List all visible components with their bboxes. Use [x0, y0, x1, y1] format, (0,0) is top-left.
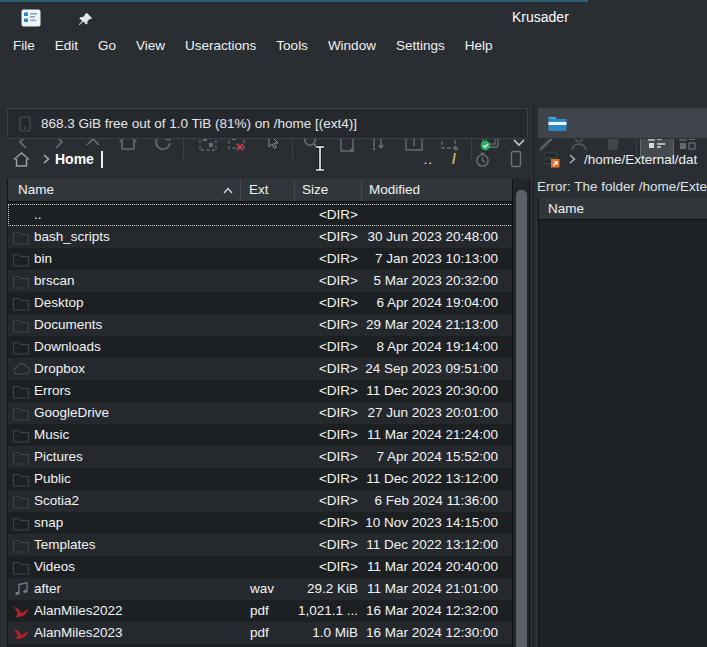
table-row[interactable]: Public<DIR>11 Dec 2022 13:12:00	[8, 468, 513, 490]
table-row[interactable]: GoogleDrive<DIR>27 Jun 2023 20:01:00	[8, 402, 513, 424]
sort-ascending-icon	[221, 185, 235, 196]
table-row[interactable]: snap<DIR>10 Nov 2023 14:15:00	[8, 512, 513, 534]
file-name-cell: Scotia2	[34, 490, 241, 512]
scrollbar[interactable]	[512, 179, 529, 647]
menu-tools[interactable]: Tools	[266, 33, 318, 59]
table-row[interactable]: Dropbox<DIR>24 Sep 2023 09:51:00	[8, 358, 513, 380]
history-button[interactable]	[465, 150, 500, 169]
table-row[interactable]: AlanMiles2023pdf1.0 MiB16 Mar 2024 12:30…	[8, 622, 513, 644]
file-size-cell: <DIR>	[295, 402, 362, 424]
file-size-cell: <DIR>	[295, 380, 362, 402]
menu-go[interactable]: Go	[88, 33, 126, 59]
column-header-modified[interactable]: Modified	[362, 179, 513, 201]
bookmarks-button[interactable]	[500, 149, 528, 169]
mouse-cursor-ibeam	[313, 145, 327, 176]
folder-icon	[8, 226, 34, 248]
table-row[interactable]: Templates<DIR>11 Dec 2022 13:12:00	[8, 534, 513, 556]
menu-file[interactable]: File	[3, 33, 45, 59]
breadcrumb-current-folder[interactable]: Home	[55, 151, 94, 167]
table-row[interactable]: ..<DIR>	[8, 204, 513, 226]
folder-icon	[8, 270, 34, 292]
menu-edit[interactable]: Edit	[45, 33, 88, 59]
table-row[interactable]: Pictures<DIR>7 Apr 2024 15:52:00	[8, 446, 513, 468]
file-modified-cell	[362, 204, 513, 226]
up-dir-button[interactable]: ..	[414, 152, 444, 167]
right-column-header-name[interactable]: Name	[539, 198, 707, 220]
table-row[interactable]: afterwav29.2 KiB11 Mar 2024 21:01:00	[8, 578, 513, 600]
right-file-list: Name	[538, 198, 707, 647]
folder-icon	[8, 424, 34, 446]
table-row[interactable]: Desktop<DIR>6 Apr 2024 19:04:00	[8, 292, 513, 314]
error-message: Error: The folder /home/Exte	[537, 177, 707, 197]
file-name-cell: Public	[34, 468, 241, 490]
file-name-cell: Videos	[34, 556, 241, 578]
file-name-cell: bash_scripts	[34, 226, 241, 248]
file-modified-cell: 11 Mar 2024 20:40:00	[362, 556, 513, 578]
menu-view[interactable]: View	[126, 33, 175, 59]
panel-divider	[533, 104, 534, 647]
table-row[interactable]: brscan<DIR>5 Mar 2023 20:32:00	[8, 270, 513, 292]
table-row[interactable]: Videos<DIR>11 Mar 2024 20:40:00	[8, 556, 513, 578]
file-size-cell: <DIR>	[295, 490, 362, 512]
table-row[interactable]: Downloads<DIR>8 Apr 2024 19:14:00	[8, 336, 513, 358]
file-rows: ..<DIR>bash_scripts<DIR>30 Jun 2023 20:4…	[8, 202, 513, 644]
file-ext-cell	[241, 402, 295, 424]
file-ext-cell	[241, 314, 295, 336]
title-bar: Krusader	[0, 2, 707, 33]
file-name-cell: bin	[34, 248, 241, 270]
table-row[interactable]: bin<DIR>7 Jan 2023 10:13:00	[8, 248, 513, 270]
file-modified-cell: 16 Mar 2024 12:32:00	[362, 600, 513, 622]
pin-icon[interactable]	[77, 11, 94, 32]
column-header-ext[interactable]: Ext	[241, 179, 295, 201]
folder-icon	[8, 490, 34, 512]
table-row[interactable]: Music<DIR>11 Mar 2024 21:24:00	[8, 424, 513, 446]
menu-bar: File Edit Go View Useractions Tools Wind…	[0, 33, 707, 59]
bookmark-icon	[508, 149, 524, 169]
left-file-list: Name Ext Size Modified ..<DIR>bash_scrip…	[7, 179, 530, 647]
table-row[interactable]: Errors<DIR>11 Dec 2023 20:30:00	[8, 380, 513, 402]
right-disk-usage-bar	[537, 107, 707, 139]
scrollbar-thumb[interactable]	[516, 190, 527, 647]
file-size-cell: <DIR>	[295, 270, 362, 292]
menu-help[interactable]: Help	[455, 33, 503, 59]
folder-icon	[8, 512, 34, 534]
file-size-cell: 1.0 MiB	[295, 622, 362, 644]
file-name-cell: Music	[34, 424, 241, 446]
file-ext-cell	[241, 534, 295, 556]
column-header-row: Name Ext Size Modified	[8, 179, 513, 202]
table-row[interactable]: AlanMiles2022pdf1,021.1 ...16 Mar 2024 1…	[8, 600, 513, 622]
column-header-size[interactable]: Size	[295, 179, 362, 201]
file-modified-cell: 11 Dec 2022 13:12:00	[362, 534, 513, 556]
right-breadcrumb-path[interactable]: /home/External/dat	[584, 152, 697, 167]
file-ext-cell	[241, 424, 295, 446]
file-name-cell: Dropbox	[34, 358, 241, 380]
column-header-name[interactable]: Name	[8, 179, 241, 201]
menu-useractions[interactable]: Useractions	[175, 33, 266, 59]
root-dir-button[interactable]: /	[443, 151, 465, 167]
file-modified-cell: 30 Jun 2023 20:48:00	[362, 226, 513, 248]
table-row[interactable]: bash_scripts<DIR>30 Jun 2023 20:48:00	[8, 226, 513, 248]
folder-icon	[8, 468, 34, 490]
table-row[interactable]: Documents<DIR>29 Mar 2024 21:13:00	[8, 314, 513, 336]
file-ext-cell	[241, 358, 295, 380]
menu-settings[interactable]: Settings	[386, 33, 455, 59]
file-ext-cell	[241, 292, 295, 314]
file-ext-cell: pdf	[241, 622, 295, 644]
link-stack-icon[interactable]	[543, 151, 560, 168]
file-ext-cell	[241, 270, 295, 292]
breadcrumb-home-button[interactable]	[7, 151, 35, 168]
file-size-cell: <DIR>	[295, 512, 362, 534]
krusader-app-icon[interactable]	[21, 9, 41, 31]
folder-icon	[8, 314, 34, 336]
table-row[interactable]: Scotia2<DIR>6 Feb 2024 11:36:00	[8, 490, 513, 512]
file-name-cell: GoogleDrive	[34, 402, 241, 424]
toolbar	[0, 59, 707, 104]
folder-icon	[8, 248, 34, 270]
file-modified-cell: 5 Mar 2023 20:32:00	[362, 270, 513, 292]
window-title: Krusader	[512, 2, 569, 33]
menu-window[interactable]: Window	[318, 33, 386, 59]
chevron-right-icon	[40, 153, 52, 165]
file-size-cell: <DIR>	[295, 248, 362, 270]
file-ext-cell	[241, 248, 295, 270]
no-icon	[8, 204, 34, 226]
